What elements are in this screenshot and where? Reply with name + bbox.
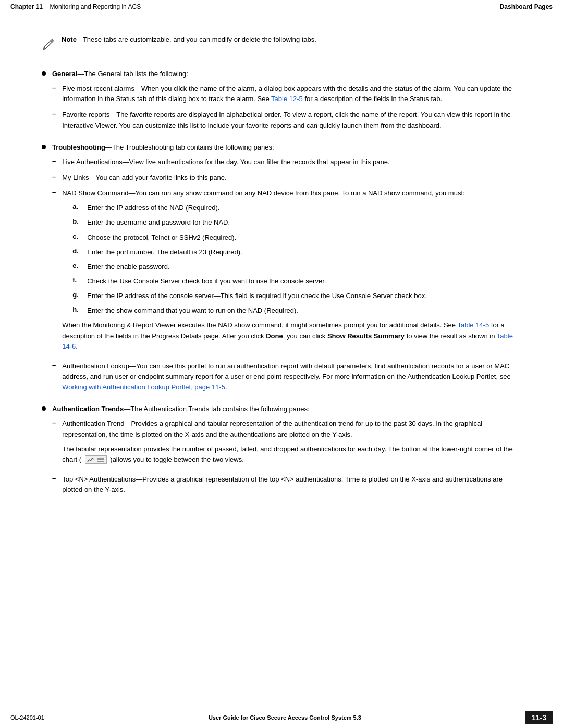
alpha-d: d. (72, 247, 82, 255)
alpha-h: h. (72, 305, 82, 313)
alpha-a-text: Enter the IP address of the NAD (Require… (87, 203, 219, 213)
general-sub-list: – Five most recent alarms—When you click… (52, 83, 521, 131)
auth-trend-text: Authentication Trend—Provides a graphica… (62, 419, 482, 438)
auth-trends-sub-list: – Authentication Trend—Provides a graphi… (52, 418, 521, 495)
alpha-g-text: Enter the IP address of the console serv… (87, 291, 427, 301)
table-12-5-link[interactable]: Table 12-5 (271, 95, 303, 103)
auth-lookup-item: Authentication Lookup—You can use this p… (62, 361, 521, 392)
show-results-bold: Show Results Summary (327, 332, 405, 340)
header-right: Dashboard Pages (500, 3, 553, 10)
list-item: Troubleshooting—The Troubleshooting tab … (42, 142, 521, 398)
alpha-f-text: Check the Use Console Server check box i… (87, 276, 326, 287)
alpha-b-text: Enter the username and password for the … (87, 217, 230, 228)
list-item: e. Enter the enable password. (72, 262, 521, 272)
alpha-e-text: Enter the enable password. (87, 262, 169, 272)
alpha-e: e. (72, 262, 82, 269)
list-item: – Live Authentications—View live authent… (52, 157, 521, 167)
list-item: Authentication Trends—The Authentication… (42, 404, 521, 500)
alpha-h-text: Enter the show command that you want to … (87, 305, 298, 316)
list-item: d. Enter the port number. The default is… (72, 247, 521, 257)
favorite-reports-item: Favorite reports—The favorite reports ar… (62, 109, 521, 130)
dash-icon: – (52, 188, 56, 196)
alpha-b: b. (72, 217, 82, 225)
table-14-5-link[interactable]: Table 14-5 (457, 321, 489, 329)
svg-line-0 (51, 40, 53, 42)
troubleshooting-text: Troubleshooting—The Troubleshooting tab … (52, 143, 274, 151)
list-item: – Authentication Lookup—You can use this… (52, 361, 521, 392)
alpha-c-text: Choose the protocol, Telnet or SSHv2 (Re… (87, 232, 236, 243)
chart-toggle-icon (85, 455, 107, 464)
troubleshooting-sub-list: – Live Authentications—View live authent… (52, 157, 521, 392)
alarms-item: Five most recent alarms—When you click t… (62, 83, 521, 104)
top-n-item: Top <N> Authentications—Provides a graph… (62, 474, 521, 495)
auth-trend-item: Authentication Trend—Provides a graphica… (62, 418, 521, 469)
pencil-icon (42, 36, 56, 53)
dash-icon: – (52, 172, 56, 180)
list-item: f. Check the Use Console Server check bo… (72, 276, 521, 287)
list-item: – Authentication Trend—Provides a graphi… (52, 418, 521, 469)
done-bold: Done (266, 332, 283, 340)
dash-icon: – (52, 157, 56, 165)
main-bullet-list: General—The General tab lists the follow… (42, 69, 521, 500)
nad-show-text: NAD Show Command—You can run any show co… (62, 189, 464, 197)
general-text: General—The General tab lists the follow… (52, 70, 188, 78)
dash-icon: – (52, 474, 56, 482)
footer-doc-number: OL-24201-01 (10, 714, 44, 721)
footer-page-number: 11-3 (525, 711, 553, 724)
footer-title: User Guide for Cisco Secure Access Contr… (209, 714, 361, 721)
auth-trends-bold: Authentication Trends (52, 405, 124, 413)
bullet-dot (42, 145, 46, 149)
page-footer: OL-24201-01 User Guide for Cisco Secure … (0, 707, 563, 728)
list-item: h. Enter the show command that you want … (72, 305, 521, 316)
chapter-title: Monitoring and Reporting in ACS (50, 3, 141, 10)
note-box: Note These tabs are customizable, and yo… (42, 30, 521, 58)
list-item: – Favorite reports—The favorite reports … (52, 109, 521, 130)
bullet-dot (42, 71, 46, 76)
alpha-g: g. (72, 291, 82, 299)
header-left: Chapter 11 Monitoring and Reporting in A… (10, 3, 141, 10)
dash-icon: – (52, 83, 56, 91)
troubleshooting-item: Troubleshooting—The Troubleshooting tab … (52, 142, 521, 398)
nad-para: When the Monitoring & Report Viewer exec… (62, 320, 521, 351)
general-bold: General (52, 70, 77, 78)
list-item: g. Enter the IP address of the console s… (72, 291, 521, 301)
bullet-dot (42, 406, 46, 411)
list-item: a. Enter the IP address of the NAD (Requ… (72, 203, 521, 213)
note-label: Note (62, 35, 77, 43)
list-item: – Five most recent alarms—When you click… (52, 83, 521, 104)
alpha-f: f. (72, 276, 82, 284)
list-item: – Top <N> Authentications—Provides a gra… (52, 474, 521, 495)
alpha-d-text: Enter the port number. The default is 23… (87, 247, 242, 257)
my-links-item: My Links—You can add your favorite links… (62, 172, 521, 183)
list-item: c. Choose the protocol, Telnet or SSHv2 … (72, 232, 521, 243)
list-item: b. Enter the username and password for t… (72, 217, 521, 228)
nad-show-item: NAD Show Command—You can run any show co… (62, 188, 521, 356)
dash-icon: – (52, 418, 56, 426)
chapter-label: Chapter 11 (10, 3, 43, 10)
main-content: Note These tabs are customizable, and yo… (0, 14, 563, 548)
live-auth-item: Live Authentications—View live authentic… (62, 157, 521, 167)
troubleshooting-bold: Troubleshooting (52, 143, 105, 151)
page-header: Chapter 11 Monitoring and Reporting in A… (0, 0, 563, 14)
list-item: – My Links—You can add your favorite lin… (52, 172, 521, 183)
list-item: – NAD Show Command—You can run any show … (52, 188, 521, 356)
list-item: General—The General tab lists the follow… (42, 69, 521, 136)
auth-lookup-link[interactable]: Working with Authentication Lookup Portl… (62, 383, 225, 391)
table-14-6-link[interactable]: Table 14-6 (62, 332, 513, 350)
general-item: General—The General tab lists the follow… (52, 69, 521, 136)
alpha-a: a. (72, 203, 82, 211)
dash-icon: – (52, 109, 56, 117)
dash-icon: – (52, 361, 56, 369)
auth-trends-item: Authentication Trends—The Authentication… (52, 404, 521, 500)
auth-trends-text: Authentication Trends—The Authentication… (52, 405, 310, 413)
auth-trend-para: The tabular representation provides the … (62, 444, 521, 465)
alpha-list: a. Enter the IP address of the NAD (Requ… (72, 203, 521, 316)
note-text: These tabs are customizable, and you can… (83, 35, 316, 43)
alpha-c: c. (72, 232, 82, 240)
